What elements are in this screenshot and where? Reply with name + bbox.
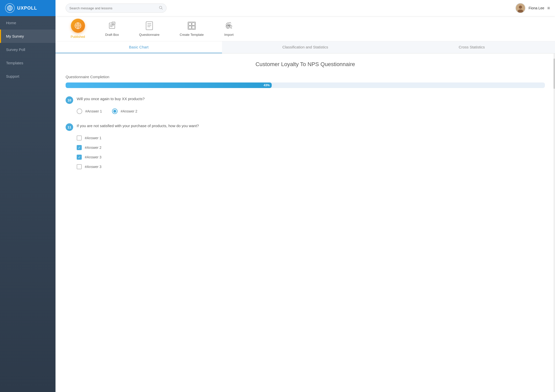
main-content: Published Draft Box — [56, 16, 328, 232]
sidebar-item-templates[interactable]: Templates — [0, 56, 56, 70]
nav-label-create-template: Create Template — [180, 33, 204, 37]
answer-11-1-label: #Answer 1 — [85, 136, 101, 140]
logo-text: UXPOLL — [17, 6, 37, 11]
nav-label-draft: Draft Box — [105, 33, 119, 37]
top-nav: Published Draft Box — [56, 16, 328, 41]
checkbox-filled-icon-2: ✓ — [77, 155, 82, 160]
questionnaire-icon — [144, 21, 154, 31]
answer-10-2[interactable]: #Answer 2 — [112, 108, 137, 114]
question-11-text: If you are not satisfied with your purch… — [77, 123, 199, 129]
progress-percent: 43% — [264, 83, 270, 87]
answer-11-4[interactable]: #Answer 3 — [77, 164, 328, 169]
progress-bar-wrap: 43% — [66, 82, 328, 88]
svg-rect-11 — [192, 23, 195, 25]
sidebar-label-my-survey: My Survey — [6, 34, 24, 38]
import-icon — [224, 21, 234, 31]
checkbox-empty-icon — [77, 135, 82, 141]
logo-icon — [5, 3, 15, 13]
question-10-answers: #Answer 1 #Answer 2 — [66, 108, 328, 114]
published-icon — [71, 19, 85, 33]
page-title: Customer Loyalty To NPS Questionnaire — [66, 61, 328, 68]
svg-rect-9 — [188, 22, 196, 30]
answer-10-1-label: #Answer 1 — [85, 109, 102, 113]
answer-11-1[interactable]: #Answer 1 — [77, 135, 328, 141]
question-10-header: 10 Will you once again to buy XX product… — [66, 96, 328, 104]
question-10-num: 10 — [66, 96, 73, 104]
sidebar-label-templates: Templates — [6, 61, 23, 65]
search-input[interactable] — [69, 6, 159, 10]
checkbox-filled-icon: ✓ — [77, 145, 82, 150]
answer-10-1[interactable]: #Answer 1 — [77, 108, 102, 114]
sidebar-item-home[interactable]: Home — [0, 16, 56, 30]
answer-10-2-label: #Answer 2 — [121, 109, 137, 113]
sidebar: Home My Survey Survey Poll Templates Sup… — [0, 16, 56, 232]
answer-11-3[interactable]: ✓ #Answer 3 — [77, 155, 328, 160]
svg-rect-12 — [189, 26, 191, 29]
question-11-header: 11 If you are not satisfied with your pu… — [66, 123, 328, 131]
question-10: 10 Will you once again to buy XX product… — [66, 96, 328, 114]
answer-11-3-label: #Answer 3 — [85, 155, 101, 159]
sidebar-label-support: Support — [6, 74, 19, 78]
search-bar[interactable] — [66, 4, 166, 13]
completion-section: Questionnaire Completion 43% — [66, 75, 328, 88]
sidebar-item-support[interactable]: Support — [0, 70, 56, 83]
sidebar-label-home: Home — [6, 21, 16, 25]
radio-empty-icon — [77, 108, 82, 114]
nav-item-import[interactable]: Import — [214, 16, 244, 41]
svg-rect-13 — [192, 26, 195, 29]
svg-rect-10 — [189, 23, 191, 25]
question-11-answers: #Answer 1 ✓ #Answer 2 ✓ #Answer 3 #Answe… — [66, 135, 328, 169]
nav-item-questionnaire[interactable]: Questionnaire — [129, 16, 170, 41]
sidebar-item-my-survey[interactable]: My Survey — [0, 30, 56, 43]
logo-area: UXPOLL — [0, 0, 56, 16]
nav-label-published: Published — [71, 35, 85, 39]
answer-11-2-label: #Answer 2 — [85, 146, 101, 150]
answer-11-2[interactable]: ✓ #Answer 2 — [77, 145, 328, 150]
content-area: Customer Loyalty To NPS Questionnaire Qu… — [56, 53, 328, 232]
question-11: 11 If you are not satisfied with your pu… — [66, 123, 328, 169]
draft-icon — [107, 21, 117, 31]
nav-item-draft[interactable]: Draft Box — [95, 16, 129, 41]
create-template-icon — [187, 21, 197, 31]
question-11-num: 11 — [66, 123, 73, 131]
question-10-text: Will you once again to buy XX products? — [77, 96, 145, 102]
tab-classification[interactable]: Classification and Statistics — [222, 41, 328, 53]
tab-basic-chart[interactable]: Basic Chart — [56, 41, 222, 53]
radio-dot — [113, 110, 116, 113]
tabs: Basic Chart Classification and Statistic… — [56, 41, 328, 53]
svg-rect-8 — [146, 22, 153, 30]
answer-11-4-label: #Answer 3 — [85, 165, 101, 169]
nav-item-published[interactable]: Published — [61, 16, 95, 41]
radio-filled-icon — [112, 108, 118, 114]
checkbox-empty-icon-2 — [77, 164, 82, 169]
nav-label-import: Import — [224, 33, 234, 37]
nav-label-questionnaire: Questionnaire — [139, 33, 159, 37]
completion-label: Questionnaire Completion — [66, 75, 328, 79]
header: UXPOLL Fiona Lee ≡ — [0, 0, 328, 16]
nav-item-create-template[interactable]: Create Template — [170, 16, 214, 41]
sidebar-item-survey-poll[interactable]: Survey Poll — [0, 43, 56, 56]
search-icon — [159, 6, 163, 10]
sidebar-label-survey-poll: Survey Poll — [6, 47, 25, 52]
progress-bar-fill: 43% — [66, 82, 272, 88]
